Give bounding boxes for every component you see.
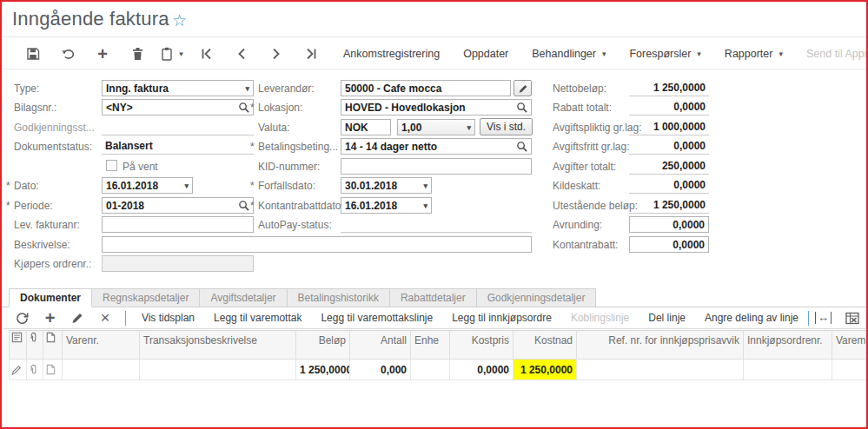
- column-header-kostnad[interactable]: Kostnad: [514, 331, 577, 360]
- send-til-approval-button[interactable]: Send til Approval: [806, 48, 868, 60]
- copy-paste-button[interactable]: ▾: [155, 42, 189, 66]
- column-header-antall[interactable]: Antall: [350, 331, 411, 360]
- avrunding-input[interactable]: 0,0000: [629, 216, 709, 233]
- rapporter-menu[interactable]: Rapporter▾: [725, 48, 783, 60]
- lev-fakturanr-input[interactable]: [102, 216, 254, 233]
- tab-godkjenningsdetaljer[interactable]: Godkjenningsdetaljer: [477, 288, 597, 307]
- edit-row-button[interactable]: [63, 308, 91, 327]
- lokasjon-input[interactable]: HOVED - Hovedlokasjon: [341, 99, 532, 116]
- oppdater-button[interactable]: Oppdater: [463, 48, 508, 60]
- file-icon: [45, 364, 56, 375]
- foresporsler-menu[interactable]: Forespørsler▾: [629, 48, 700, 60]
- search-icon[interactable]: [238, 200, 249, 211]
- forfallsdato-datepicker[interactable]: 30.01.2018 ▾: [341, 177, 432, 194]
- angre-deling-av-linje-button[interactable]: Angre deling av linje: [695, 312, 808, 324]
- go-next-button[interactable]: [259, 42, 294, 66]
- beskrivelse-label: Beskrivelse:: [14, 239, 70, 251]
- cell-antall[interactable]: 0,000: [350, 360, 411, 380]
- file-icon: [45, 332, 56, 343]
- cell-innkjopsordrenr[interactable]: [744, 360, 832, 380]
- kontantrabattdato-datepicker[interactable]: 16.01.2018 ▾: [341, 197, 432, 214]
- valuta-currency-field[interactable]: NOK: [341, 119, 391, 135]
- column-header-enhet[interactable]: Enhe: [411, 331, 450, 360]
- legg-til-varemottak-button[interactable]: Legg til varemottak: [204, 312, 311, 324]
- koblingslinje-button[interactable]: Koblingslinje: [561, 312, 639, 324]
- undo-button[interactable]: [50, 42, 85, 66]
- betalingsbetingelser-value: 14 - 14 dager netto: [345, 141, 516, 153]
- kid-nummer-input[interactable]: [341, 158, 532, 175]
- tab-betalingshistorikk[interactable]: Betalingshistorikk: [288, 288, 390, 307]
- document-column-header[interactable]: [43, 331, 63, 360]
- save-button[interactable]: [16, 42, 50, 66]
- periode-input[interactable]: 01-2018: [102, 197, 254, 214]
- kontantrabatt-input[interactable]: 0,0000: [629, 236, 709, 253]
- pa-vent-checkbox[interactable]: [106, 160, 117, 171]
- rabatt-totalt-value: 0,0000: [629, 99, 709, 116]
- chevron-down-icon: ▾: [602, 50, 606, 58]
- add-row-button[interactable]: +: [36, 308, 64, 327]
- ankomstregistrering-button[interactable]: Ankomstregistrering: [343, 48, 440, 60]
- refresh-button[interactable]: [9, 308, 36, 327]
- chevron-down-icon: ▾: [779, 50, 783, 58]
- beskrivelse-input[interactable]: [102, 236, 532, 253]
- row-document-cell[interactable]: [43, 360, 63, 380]
- leverandor-edit-button[interactable]: [514, 80, 532, 96]
- kontantrabattdato-label: Kontantrabattdato:: [258, 200, 344, 212]
- column-header-kostpris[interactable]: Kostpris: [450, 331, 514, 360]
- go-last-button[interactable]: [294, 42, 328, 66]
- column-header-innkjopsordrenr[interactable]: Innkjøpsordrenr.: [744, 331, 832, 360]
- grid-data-row[interactable]: 1 250,0000 0,000 0,0000 1 250,0000: [10, 360, 868, 380]
- tab-avgiftsdetaljer[interactable]: Avgiftsdetaljer: [200, 288, 287, 307]
- type-select[interactable]: Inng. faktura ▾: [102, 80, 254, 96]
- cell-kostpris[interactable]: 0,0000: [450, 360, 514, 380]
- vis-i-std-button[interactable]: Vis i std.: [480, 118, 533, 135]
- lev-fakturanr-label: Lev. fakturanr:: [14, 219, 80, 231]
- avgiftsfritt-grlag-label: Avgiftsfritt gr.lag:: [553, 141, 629, 153]
- rabatt-totalt-label: Rabatt totalt:: [553, 102, 612, 114]
- search-icon[interactable]: [238, 102, 249, 113]
- column-header-varemottaksnr[interactable]: Varemo: [832, 331, 868, 360]
- delete-button[interactable]: [120, 42, 155, 66]
- export-excel-button[interactable]: [845, 312, 859, 325]
- avgifter-totalt-label: Avgifter totalt:: [553, 161, 616, 173]
- tab-dokumenter[interactable]: Dokumenter: [9, 288, 92, 307]
- cell-belop[interactable]: 1 250,0000: [296, 360, 350, 380]
- row-attachment-cell[interactable]: [27, 360, 43, 380]
- cell-kostnad-highlighted[interactable]: 1 250,0000: [514, 360, 577, 380]
- leverandor-input[interactable]: 50000 - Cafe mocca: [341, 80, 511, 96]
- behandlinger-menu[interactable]: Behandlinger▾: [532, 48, 606, 60]
- go-first-button[interactable]: [189, 42, 224, 66]
- column-header-ref-innkjopsprisavvik[interactable]: Ref. nr. for innkjøpsprisavvik: [577, 331, 744, 360]
- utestaende-belop-value: 1 250,0000: [629, 197, 709, 214]
- cell-enhet[interactable]: [411, 360, 450, 380]
- delete-row-button[interactable]: ×: [91, 308, 119, 327]
- column-header-transaksjonsbeskrivelse[interactable]: Transaksjonsbeskrivelse: [140, 331, 296, 360]
- search-icon[interactable]: [516, 102, 527, 113]
- bilagsnr-input[interactable]: <NY>: [102, 99, 254, 116]
- notes-column-header[interactable]: [10, 331, 27, 360]
- del-linje-button[interactable]: Del linje: [639, 312, 695, 324]
- column-header-varenr[interactable]: Varenr.: [63, 331, 140, 360]
- attachments-column-header[interactable]: [27, 331, 43, 360]
- leverandor-label: Leverandør:: [258, 82, 315, 95]
- column-header-belop[interactable]: Beløp: [296, 331, 350, 360]
- add-button[interactable]: +: [85, 42, 120, 66]
- periode-label: Periode:: [14, 200, 53, 212]
- vis-tidsplan-button[interactable]: Vis tidsplan: [132, 312, 204, 324]
- betalingsbetingelser-input[interactable]: 14 - 14 dager netto: [341, 138, 532, 155]
- cell-ref-innkjopsprisavvik[interactable]: [577, 360, 744, 380]
- legg-til-varemottakslinje-button[interactable]: Legg til varemottakslinje: [311, 312, 442, 324]
- dato-datepicker[interactable]: 16.01.2018 ▾: [102, 177, 193, 194]
- valuta-rate-select[interactable]: 1,00 ▾: [397, 119, 475, 135]
- fit-width-button[interactable]: ↔: [815, 312, 832, 324]
- tab-rabattdetaljer[interactable]: Rabattdetaljer: [390, 288, 477, 307]
- favorite-star-icon[interactable]: ☆: [172, 10, 187, 30]
- cell-varemottaksnr[interactable]: [832, 360, 868, 380]
- search-icon[interactable]: [516, 141, 527, 152]
- cell-varenr[interactable]: [63, 360, 140, 380]
- go-previous-button[interactable]: [224, 42, 259, 66]
- required-marker: *: [250, 102, 255, 114]
- legg-til-innkjopsordre-button[interactable]: Legg til innkjøpsordre: [442, 312, 561, 324]
- cell-transaksjonsbeskrivelse[interactable]: [140, 360, 296, 380]
- tab-regnskapsdetaljer[interactable]: Regnskapsdetaljer: [92, 288, 200, 307]
